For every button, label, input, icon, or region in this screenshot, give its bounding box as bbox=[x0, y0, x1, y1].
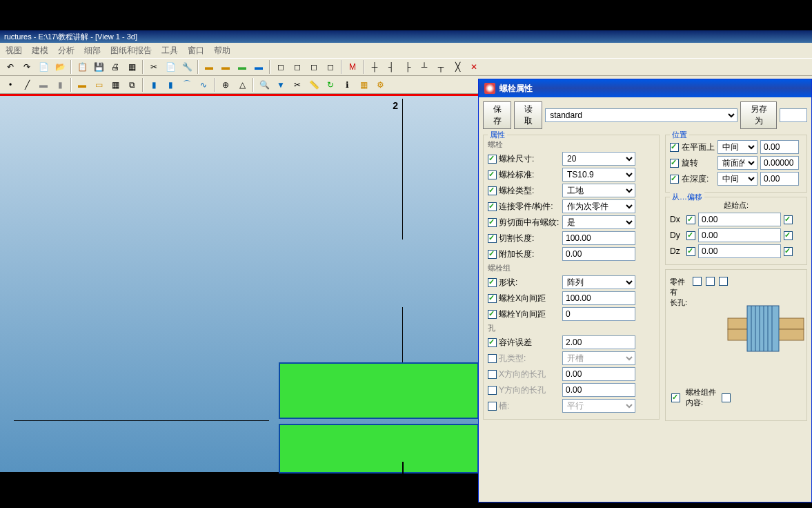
save-button[interactable]: 保存 bbox=[483, 101, 511, 129]
bolt-icon[interactable]: ⊕ bbox=[218, 77, 233, 92]
check-icon[interactable] bbox=[686, 231, 695, 240]
check-icon[interactable] bbox=[488, 354, 497, 363]
bolt-type-select[interactable]: 工地 bbox=[562, 184, 635, 197]
menu-model[interactable]: 建模 bbox=[32, 45, 48, 57]
check-icon[interactable] bbox=[693, 277, 702, 286]
view4-icon[interactable]: ▬ bbox=[251, 59, 266, 75]
shape2-icon[interactable]: ◻ bbox=[290, 59, 305, 75]
check-icon[interactable] bbox=[784, 231, 793, 240]
catalog-icon[interactable]: ▦ bbox=[356, 77, 371, 92]
check-icon[interactable] bbox=[488, 202, 497, 211]
check-icon[interactable] bbox=[784, 215, 793, 224]
snap3-icon[interactable]: ├ bbox=[400, 59, 415, 75]
save-icon[interactable]: 💾 bbox=[91, 59, 106, 75]
measure-icon[interactable]: 📏 bbox=[306, 77, 321, 92]
check-icon[interactable] bbox=[488, 218, 497, 227]
check-icon[interactable] bbox=[719, 277, 728, 286]
check-icon[interactable] bbox=[686, 247, 695, 256]
menu-view[interactable]: 视图 bbox=[6, 45, 22, 57]
check-icon[interactable] bbox=[784, 247, 793, 256]
saveas-button[interactable]: 另存为 bbox=[740, 101, 777, 129]
shape3-icon[interactable]: ◻ bbox=[306, 59, 321, 75]
beam-icon[interactable]: ▬ bbox=[36, 77, 51, 92]
dz-input[interactable] bbox=[698, 244, 781, 258]
bolt-size-select[interactable]: 20 bbox=[562, 152, 635, 166]
menu-window[interactable]: 窗口 bbox=[188, 45, 204, 57]
menu-drawings[interactable]: 图纸和报告 bbox=[110, 45, 152, 57]
delete-icon[interactable]: ✕ bbox=[466, 59, 482, 75]
grid-icon[interactable]: ▦ bbox=[124, 59, 139, 75]
load-button[interactable]: 读取 bbox=[514, 101, 542, 129]
check-icon[interactable] bbox=[671, 393, 680, 402]
view2-icon[interactable]: ▬ bbox=[218, 59, 233, 75]
check-icon[interactable] bbox=[670, 159, 679, 168]
check-icon[interactable] bbox=[488, 402, 497, 411]
filter-icon[interactable]: ▼ bbox=[273, 77, 288, 92]
bolt-std-select[interactable]: TS10.9 bbox=[562, 168, 635, 182]
column-icon[interactable]: ▮ bbox=[52, 77, 68, 92]
xdist-input[interactable] bbox=[562, 291, 635, 305]
check-icon[interactable] bbox=[670, 175, 679, 184]
macro-icon[interactable]: M bbox=[345, 59, 360, 75]
curve-icon[interactable]: ∿ bbox=[196, 77, 211, 92]
menu-analyze[interactable]: 分析 bbox=[58, 45, 75, 57]
check-icon[interactable] bbox=[706, 277, 715, 286]
check-icon[interactable] bbox=[488, 234, 497, 243]
refresh-icon[interactable]: ↻ bbox=[323, 77, 338, 92]
connect-select[interactable]: 作为次零件 bbox=[562, 199, 635, 213]
check-icon[interactable] bbox=[488, 338, 497, 347]
thread-select[interactable]: 是 bbox=[562, 215, 635, 229]
prop-icon[interactable]: 🔧 bbox=[179, 59, 195, 75]
menu-tools[interactable]: 工具 bbox=[161, 45, 178, 57]
onplane-select[interactable]: 中间 bbox=[717, 140, 757, 154]
check-icon[interactable] bbox=[722, 393, 731, 402]
info-icon[interactable]: ℹ bbox=[339, 77, 355, 92]
rotate-select[interactable]: 前面的 bbox=[717, 156, 757, 170]
wall-icon[interactable]: ▦ bbox=[108, 77, 123, 92]
mesh-icon[interactable]: ⧉ bbox=[124, 77, 139, 92]
copy-icon[interactable]: 📋 bbox=[75, 59, 90, 75]
line-icon[interactable]: ╱ bbox=[19, 77, 34, 92]
component-icon[interactable]: ⚙ bbox=[373, 77, 388, 92]
snap2-icon[interactable]: ┤ bbox=[384, 59, 399, 75]
shape1-icon[interactable]: ◻ bbox=[273, 59, 288, 75]
tol-input[interactable] bbox=[562, 335, 635, 349]
check-icon[interactable] bbox=[488, 294, 497, 303]
check-icon[interactable] bbox=[488, 310, 497, 319]
rotate-input[interactable] bbox=[760, 156, 799, 170]
arc-icon[interactable]: ⌒ bbox=[179, 77, 195, 92]
check-icon[interactable] bbox=[686, 215, 695, 224]
saveas-input[interactable] bbox=[780, 108, 807, 122]
view1-icon[interactable]: ▬ bbox=[201, 59, 217, 75]
check-icon[interactable] bbox=[488, 250, 497, 259]
shape-select[interactable]: 阵列 bbox=[562, 275, 635, 289]
prof1-icon[interactable]: ▮ bbox=[146, 77, 161, 92]
new-icon[interactable]: 📄 bbox=[36, 59, 51, 75]
check-icon[interactable] bbox=[488, 278, 497, 287]
snap1-icon[interactable]: ┼ bbox=[367, 59, 382, 75]
addlen-input[interactable] bbox=[562, 247, 635, 261]
open-icon[interactable]: 📂 bbox=[52, 59, 68, 75]
clip-icon[interactable]: ✂ bbox=[290, 77, 305, 92]
snap5-icon[interactable]: ┬ bbox=[433, 59, 448, 75]
model-part[interactable] bbox=[279, 424, 479, 473]
model-part[interactable] bbox=[279, 362, 479, 419]
plate-icon[interactable]: ▬ bbox=[75, 77, 90, 92]
menu-help[interactable]: 帮助 bbox=[214, 45, 230, 57]
dx-input[interactable] bbox=[698, 213, 781, 226]
check-icon[interactable] bbox=[670, 143, 679, 152]
find-icon[interactable]: 🔍 bbox=[257, 77, 272, 92]
dy-input[interactable] bbox=[698, 228, 781, 242]
preset-select[interactable]: standard bbox=[545, 108, 737, 122]
onplane-input[interactable] bbox=[760, 140, 799, 154]
cutlen-input[interactable] bbox=[562, 231, 635, 245]
check-icon[interactable] bbox=[488, 155, 497, 164]
3d-viewport[interactable]: 2 bbox=[0, 94, 478, 472]
prof2-icon[interactable]: ▮ bbox=[163, 77, 178, 92]
undo-icon[interactable]: ↶ bbox=[3, 59, 18, 75]
dialog-titlebar[interactable]: 螺栓属性 bbox=[479, 79, 811, 97]
check-icon[interactable] bbox=[488, 370, 497, 379]
view3-icon[interactable]: ▬ bbox=[235, 59, 250, 75]
redo-icon[interactable]: ↷ bbox=[19, 59, 34, 75]
snap4-icon[interactable]: ┴ bbox=[417, 59, 432, 75]
